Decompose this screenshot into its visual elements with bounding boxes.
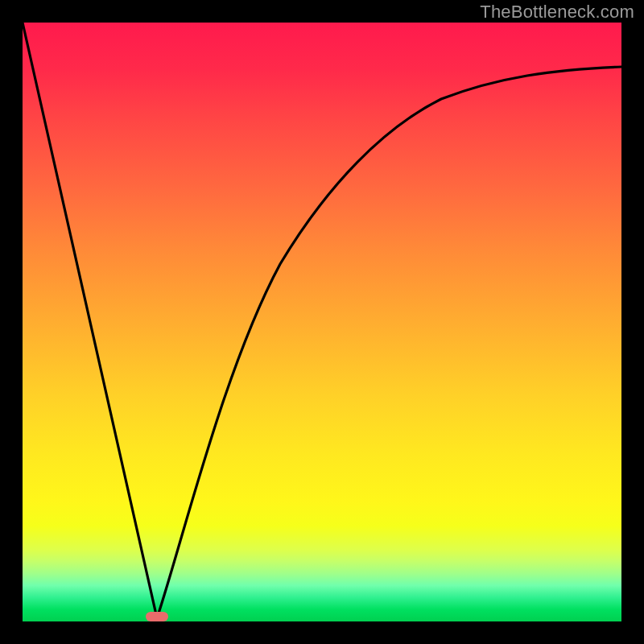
chart-curve-svg	[23, 23, 621, 621]
watermark-text: TheBottleneck.com	[480, 2, 634, 23]
optimal-point-marker	[146, 612, 168, 621]
bottleneck-curve-path	[23, 23, 621, 618]
chart-plot-area	[23, 23, 621, 621]
